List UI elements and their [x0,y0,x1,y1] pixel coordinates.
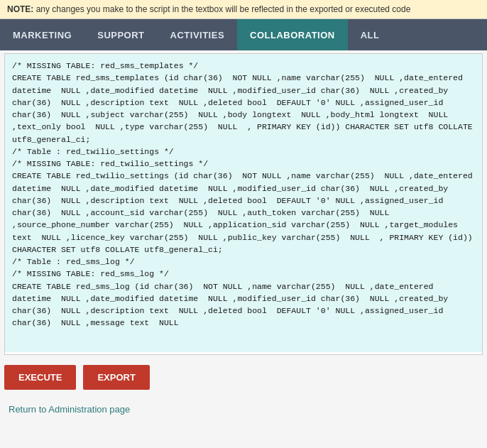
nav-item-all[interactable]: ALL [348,19,393,50]
nav-item-collaboration[interactable]: COLLABORATION [237,19,348,50]
nav-item-support[interactable]: SUPPORT [84,19,157,50]
nav-bar: MARKETING SUPPORT ACTIVITIES COLLABORATI… [0,19,487,50]
note-prefix: NOTE: [7,4,33,14]
admin-link[interactable]: Return to Administration page [4,400,134,419]
nav-item-activities[interactable]: ACTIVITIES [158,19,238,50]
nav-item-marketing[interactable]: MARKETING [0,19,84,50]
button-row: EXECUTE EXPORT [0,358,487,397]
export-button[interactable]: EXPORT [83,365,149,390]
note-bar: NOTE: any changes you make to the script… [0,0,487,19]
code-area-wrapper [4,53,483,355]
code-textarea[interactable] [5,54,482,352]
note-text: any changes you make to the script in th… [36,4,411,14]
footer-area: Return to Administration page [0,397,487,426]
execute-button[interactable]: EXECUTE [4,365,76,390]
